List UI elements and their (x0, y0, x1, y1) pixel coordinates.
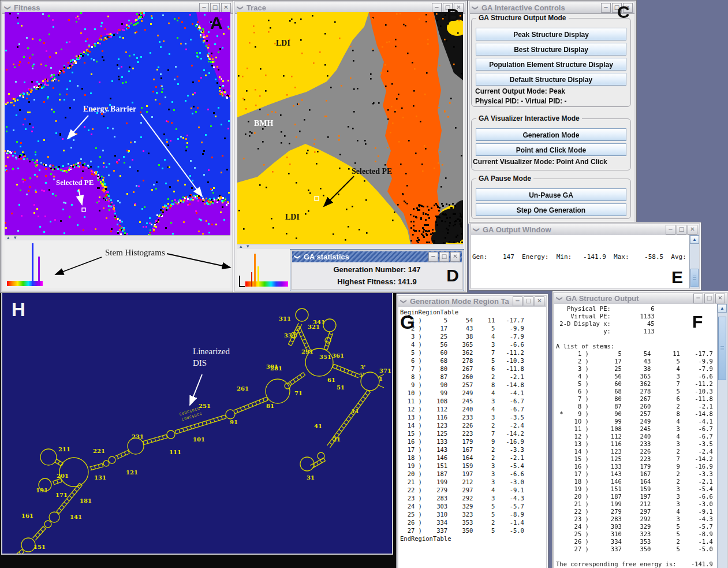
minimize-icon[interactable]: − (428, 252, 438, 262)
collapse-down-icon[interactable]: ▾ (14, 235, 17, 240)
output-line: Gen: 147 Energy: Min: -141.9 Max: -58.5 … (472, 253, 690, 261)
window-menu-icon[interactable]: ❯ (294, 254, 301, 261)
point-and-click-mode-button[interactable]: Point and Click Mode (476, 143, 626, 156)
rna-position-label: 171 (55, 492, 68, 498)
current-visualizer-mode-status: Current Visualizer Mode: Point And Click (473, 158, 630, 166)
rna-position-label: 11 (351, 408, 359, 414)
structure-output-title: GA Structure Output (566, 294, 639, 303)
bmh-label: BMH (254, 119, 273, 128)
window-menu-icon[interactable]: ❯ (237, 5, 244, 12)
output-line (472, 277, 690, 285)
window-generation-mode-region-table: ❯ Generation Mode Region Ta − □ ✕ BeginR… (396, 294, 548, 568)
rna-position-label: 211 (58, 446, 70, 452)
close-icon[interactable]: ✕ (688, 225, 697, 235)
region-table-title: Generation Mode Region Ta (410, 297, 509, 306)
window-menu-icon[interactable]: ❯ (556, 295, 563, 302)
current-output-mode-status: Current Output Mode: Peak (475, 87, 630, 95)
step-one-generation-button[interactable]: Step One Generation (476, 203, 626, 216)
rna-position-label: 361 (332, 352, 344, 359)
rna-position-label: 101 (193, 436, 205, 443)
close-icon[interactable]: ✕ (221, 3, 231, 13)
controls-titlebar[interactable]: ❯ GA Interactive Controls − □ ✕ (470, 2, 634, 14)
statistics-titlebar[interactable]: ❯ GA statistics − □ ✕ (292, 251, 462, 263)
rna-position-label: 331 (284, 332, 296, 339)
maximize-icon[interactable]: □ (524, 296, 533, 306)
trace-title: Trace (247, 3, 266, 12)
highest-fitness-text: Highest Fitness: 141.9 (292, 277, 462, 286)
linearized-dis-label-line1: Linearized (193, 347, 230, 357)
minimize-icon[interactable]: − (199, 3, 209, 13)
structure-output-titlebar[interactable]: ❯ GA Structure Output − □ ✕ (554, 293, 727, 305)
energy-barrier-label: Energy Barrier (83, 105, 136, 114)
generation-number-text: Generation Number: 147 (292, 265, 462, 274)
maximize-icon[interactable]: □ (210, 3, 220, 13)
rna-position-label: 251 (199, 403, 211, 409)
minimize-icon[interactable]: − (513, 296, 522, 306)
scroll-up-icon[interactable]: ▲ (718, 304, 727, 313)
scrollbar-thumb[interactable] (718, 317, 726, 380)
window-menu-icon[interactable]: ❯ (400, 298, 408, 305)
collapse-up-icon[interactable]: ▴ (240, 243, 242, 249)
terminal-5prime-label: 5' (359, 372, 364, 378)
window-menu-icon[interactable]: ❯ (472, 5, 479, 12)
population-element-structure-display-button[interactable]: Population Element Structure Display (476, 58, 626, 70)
group-title-structure-output-mode: GA Structure Output Mode (476, 14, 569, 22)
linearized-dis-label-line2: DIS (193, 358, 207, 368)
default-structure-display-button[interactable]: Default Structure Display (476, 73, 626, 86)
group-visualizer-interactive-mode: GA Visualizer Interactive Mode Generatio… (471, 118, 631, 170)
rna-position-label: 71 (294, 390, 303, 396)
panel-label-c: C (617, 2, 630, 22)
rna-position-label: 281 (270, 365, 282, 372)
panel-label-b: B (447, 5, 460, 25)
collapse-down-icon[interactable]: ▾ (247, 243, 249, 249)
maximize-icon[interactable]: □ (439, 252, 449, 262)
output-scrollbar[interactable]: ▲ (689, 235, 699, 288)
window-ga-structure-output: ❯ GA Structure Output − □ ✕ Physical PE:… (552, 291, 728, 568)
minimize-icon[interactable]: − (601, 3, 611, 13)
scroll-up-icon[interactable]: ▲ (690, 235, 699, 244)
window-menu-icon[interactable]: ❯ (473, 227, 480, 233)
window-ga-output: ❯ GA Output Window − □ ✕ Gen: 147 Energy… (469, 222, 701, 291)
rna-position-label: 81 (266, 403, 274, 409)
rna-position-label: 41 (314, 423, 322, 429)
maximize-icon[interactable]: □ (704, 294, 714, 303)
rna-position-label: 201 (57, 473, 69, 479)
output-titlebar[interactable]: ❯ GA Output Window − □ ✕ (471, 224, 699, 236)
panel-label-g: G (400, 311, 415, 333)
rna-position-label: 31 (307, 474, 315, 481)
minimize-icon[interactable]: − (666, 225, 675, 235)
stem-histograms-label: Stem Histograms (105, 248, 165, 258)
region-table-pane: BeginRegionTable 1 ) 5 54 11 -17.7 2 ) 1… (398, 307, 546, 568)
close-icon[interactable]: ✕ (450, 252, 460, 262)
panel-label-a: A (210, 13, 223, 33)
rna-structure-canvas[interactable]: H Linearized DIS 3' 5' CUUCGUCG CUUCGUCG… (1, 291, 393, 555)
generation-mode-button[interactable]: Generation Mode (476, 128, 626, 141)
rna-position-label: 1 (379, 376, 383, 382)
peak-structure-display-button[interactable]: Peak Structure Display (476, 28, 626, 40)
rna-position-label: 191 (36, 487, 48, 493)
close-icon[interactable]: ✕ (715, 294, 725, 303)
un-pause-ga-button[interactable]: Un-Pause GA (476, 188, 626, 201)
fitness-title: Fitness (14, 3, 40, 12)
fitness-heatmap[interactable] (5, 12, 230, 235)
stem-histogram-fitness (6, 240, 81, 288)
minimize-icon[interactable]: − (432, 3, 442, 13)
statistics-title: GA statistics (304, 253, 349, 261)
fitness-histogram-panel: Stem Histograms (5, 240, 230, 288)
rna-position-label: 141 (70, 514, 82, 520)
window-menu-icon[interactable]: ❯ (4, 5, 12, 12)
ldi-top-label: LDI (276, 39, 290, 48)
structure-output-text: Physical PE: 6 Virtual PE: 1133 2-D Disp… (554, 304, 718, 568)
maximize-icon[interactable]: □ (677, 225, 686, 235)
minimize-icon[interactable]: − (693, 294, 703, 303)
panel-label-h: H (12, 299, 25, 321)
structure-output-scrollbar[interactable]: ▲ (717, 304, 727, 568)
rna-position-label: 91 (230, 419, 238, 425)
rna-position-label: 151 (33, 544, 46, 550)
region-table-titlebar[interactable]: ❯ Generation Mode Region Ta − □ ✕ (398, 296, 546, 307)
collapse-up-icon[interactable]: ▴ (7, 235, 10, 240)
close-icon[interactable]: ✕ (535, 296, 544, 306)
best-structure-display-button[interactable]: Best Structure Display (476, 43, 626, 55)
rna-position-label: 51 (337, 384, 345, 391)
scrollbar-thumb[interactable] (690, 269, 699, 287)
